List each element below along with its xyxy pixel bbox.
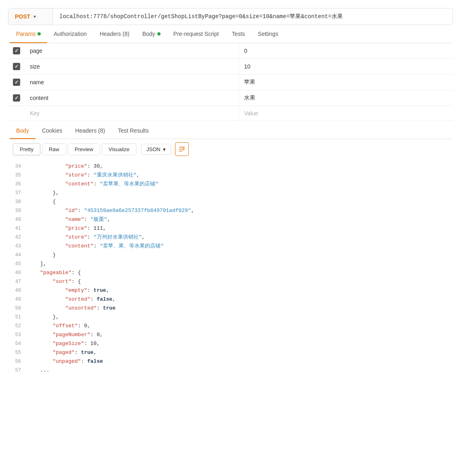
code-line: 53 "pageNumber": 0,	[8, 331, 453, 340]
param-key[interactable]: size	[25, 59, 239, 75]
method-label: POST	[15, 13, 30, 20]
line-content: "store": "重庆水果供销社",	[27, 171, 453, 180]
response-tabs: Body Cookies Headers (8) Test Results	[8, 123, 453, 139]
json-format-select[interactable]: JSON ▾	[141, 144, 171, 155]
param-key[interactable]: name	[25, 75, 239, 90]
code-line: 49 "sorted": false,	[8, 295, 453, 304]
line-number: 41	[8, 224, 27, 233]
params-row: page 0	[8, 43, 453, 59]
line-content: "sorted": false,	[27, 295, 453, 304]
line-number: 42	[8, 233, 27, 241]
code-line: 57 ...	[8, 366, 453, 375]
line-content: "price": 30,	[27, 162, 453, 171]
code-line: 45 ],	[8, 260, 453, 269]
code-line: 44 }	[8, 251, 453, 260]
tab-tests[interactable]: Tests	[225, 25, 252, 43]
code-line: 42 "store": "万州好水果供销社",	[8, 233, 453, 242]
param-checkbox[interactable]	[13, 63, 20, 70]
tab-prerequest-label: Pre-request Script	[173, 31, 219, 37]
line-content: "content": "卖苹、果、等水果的店铺"	[27, 242, 453, 251]
line-content: "paged": true,	[27, 349, 453, 357]
code-line: 34 "price": 30,	[8, 162, 453, 171]
line-number: 52	[8, 322, 27, 330]
param-value[interactable]: 10	[239, 59, 453, 75]
line-content: "store": "万州好水果供销社",	[27, 233, 453, 242]
response-tab-headers-label: Headers (8)	[75, 127, 105, 134]
param-value[interactable]: 0	[239, 43, 453, 59]
tab-body[interactable]: Body	[136, 25, 167, 43]
line-number: 53	[8, 331, 27, 339]
tab-tests-label: Tests	[232, 31, 245, 37]
param-key[interactable]: page	[25, 43, 239, 59]
code-line: 51 },	[8, 313, 453, 322]
line-content: {	[27, 198, 453, 206]
line-content: ...	[27, 366, 453, 375]
format-visualize-button[interactable]: Visualize	[102, 143, 136, 155]
tab-headers[interactable]: Headers (8)	[93, 25, 136, 43]
format-raw-button[interactable]: Raw	[42, 143, 66, 155]
param-checkbox[interactable]	[13, 47, 20, 54]
code-line: 36 "content": "卖苹果、等水果的店铺"	[8, 180, 453, 189]
code-line: 48 "empty": true,	[8, 287, 453, 295]
line-number: 50	[8, 304, 27, 312]
line-number: 54	[8, 340, 27, 348]
tab-params[interactable]: Params	[10, 25, 47, 43]
format-toolbar: Pretty Raw Preview Visualize JSON ▾	[8, 139, 453, 159]
new-key-placeholder: Key	[30, 110, 40, 116]
params-table: page 0 size 10 name 苹果 content 水果 Key Va…	[8, 43, 453, 121]
tab-settings[interactable]: Settings	[251, 25, 285, 43]
line-number: 45	[8, 260, 27, 268]
wrap-button[interactable]	[175, 142, 189, 156]
body-dot	[157, 32, 161, 35]
line-content: "unsorted": true	[27, 304, 453, 313]
tab-settings-label: Settings	[258, 31, 278, 37]
line-number: 51	[8, 313, 27, 321]
line-content: },	[27, 189, 453, 197]
line-number: 48	[8, 287, 27, 295]
code-line: 43 "content": "卖苹、果、等水果的店铺"	[8, 242, 453, 251]
code-line: 47 "sort": {	[8, 278, 453, 287]
param-value[interactable]: 苹果	[239, 75, 453, 90]
response-tab-headers[interactable]: Headers (8)	[69, 123, 112, 139]
code-line: 50 "unsorted": true	[8, 304, 453, 313]
line-number: 44	[8, 251, 27, 259]
method-chevron-icon: ▾	[33, 14, 36, 19]
json-format-label: JSON	[146, 146, 161, 152]
code-line: 56 "unpaged": false	[8, 358, 453, 366]
response-tab-testresults-label: Test Results	[118, 127, 148, 134]
param-checkbox[interactable]	[13, 79, 20, 86]
code-line: 39 "id": "453159ae0a6e257337fb849791adf0…	[8, 207, 453, 216]
request-tabs: Params Authorization Headers (8) Body Pr…	[8, 25, 453, 43]
format-preview-button[interactable]: Preview	[68, 143, 100, 155]
url-input[interactable]	[53, 8, 453, 25]
line-content: "pageNumber": 0,	[27, 331, 453, 339]
url-bar: POST ▾	[8, 8, 453, 25]
response-tab-cookies[interactable]: Cookies	[35, 123, 69, 139]
response-tab-testresults[interactable]: Test Results	[111, 123, 155, 139]
method-selector[interactable]: POST ▾	[8, 8, 53, 25]
line-content: },	[27, 313, 453, 322]
tab-params-label: Params	[16, 31, 35, 37]
code-line: 40 "name": "板栗",	[8, 216, 453, 224]
param-checkbox[interactable]	[13, 94, 20, 102]
params-dot	[38, 32, 41, 35]
code-line: 52 "offset": 0,	[8, 322, 453, 331]
tab-body-label: Body	[142, 31, 155, 37]
line-number: 56	[8, 358, 27, 366]
param-value[interactable]: 水果	[239, 90, 453, 106]
tab-prerequest[interactable]: Pre-request Script	[167, 25, 225, 43]
format-pretty-button[interactable]: Pretty	[13, 143, 40, 155]
line-number: 55	[8, 349, 27, 357]
code-line: 54 "pageSize": 10,	[8, 340, 453, 349]
line-content: "pageable": {	[27, 269, 453, 277]
tab-authorization[interactable]: Authorization	[47, 25, 93, 43]
code-line: 55 "paged": true,	[8, 349, 453, 358]
response-tab-body[interactable]: Body	[10, 123, 35, 139]
line-content: "id": "453159ae0a6e257337fb849791adf029"…	[27, 207, 453, 215]
params-row: content 水果	[8, 90, 453, 106]
line-number: 37	[8, 189, 27, 197]
tab-authorization-label: Authorization	[54, 31, 87, 37]
line-number: 49	[8, 295, 27, 303]
params-new-row: Key Value	[8, 106, 453, 121]
param-key[interactable]: content	[25, 90, 239, 106]
